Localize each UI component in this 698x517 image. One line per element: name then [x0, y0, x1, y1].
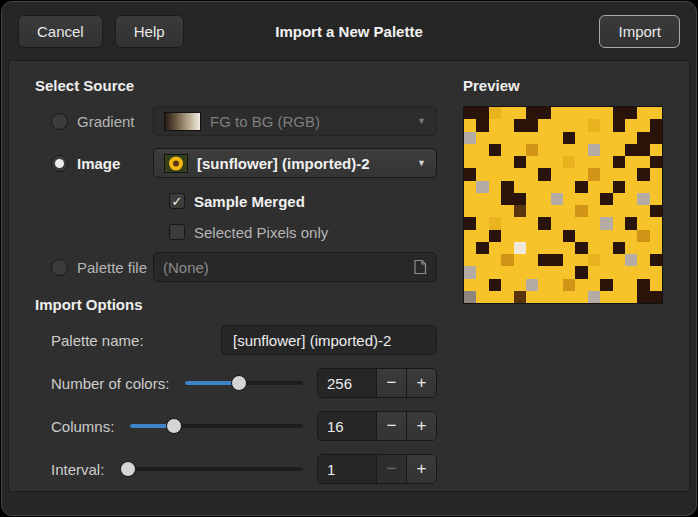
selected-pixels-label[interactable]: Selected Pixels only	[194, 224, 328, 241]
gradient-swatch	[164, 112, 201, 131]
file-icon	[413, 259, 427, 275]
sample-merged-row: ✓ Sample Merged	[169, 190, 437, 212]
decrement-button[interactable]: −	[376, 412, 406, 440]
columns-value[interactable]: 16	[318, 412, 376, 440]
columns-row: Columns: 16 − +	[51, 411, 437, 441]
palette-file-entry: (None)	[153, 252, 437, 282]
palette-name-label: Palette name:	[51, 332, 144, 349]
sunflower-icon	[164, 154, 188, 173]
palette-file-radio[interactable]	[51, 259, 68, 276]
slider-track	[120, 467, 303, 471]
increment-button[interactable]: +	[406, 455, 436, 483]
preview-panel: Preview	[463, 75, 663, 477]
image-dropdown-value: [sunflower] (imported)-2	[197, 155, 370, 172]
preview-image	[463, 106, 663, 304]
interval-label: Interval:	[51, 461, 104, 478]
gradient-radio-label[interactable]: Gradient	[77, 113, 135, 130]
import-options-heading: Import Options	[35, 296, 437, 313]
decrement-button: −	[376, 455, 406, 483]
selected-pixels-checkbox[interactable]: ✓	[169, 224, 185, 240]
number-of-colors-value[interactable]: 256	[318, 369, 376, 397]
palette-file-radio-label[interactable]: Palette file	[77, 259, 147, 276]
interval-slider[interactable]	[120, 454, 303, 484]
check-icon: ✓	[172, 195, 183, 208]
selected-pixels-row: ✓ Selected Pixels only	[169, 221, 437, 243]
chevron-down-icon: ▼	[417, 158, 426, 168]
image-radio-label[interactable]: Image	[77, 155, 120, 172]
slider-thumb[interactable]	[231, 375, 247, 391]
dialog-title: Import a New Palette	[2, 23, 696, 40]
dialog-content: Select Source Gradient FG to BG (RGB) ▼	[8, 60, 690, 492]
help-button[interactable]: Help	[115, 15, 184, 48]
select-source-heading: Select Source	[35, 77, 437, 94]
image-radio[interactable]	[51, 155, 68, 172]
slider-thumb[interactable]	[120, 461, 136, 477]
increment-button[interactable]: +	[406, 412, 436, 440]
cancel-button[interactable]: Cancel	[18, 15, 103, 48]
palette-name-row: Palette name: [sunflower] (imported)-2	[51, 325, 437, 355]
gradient-dropdown: FG to BG (RGB) ▼	[153, 106, 437, 136]
import-button[interactable]: Import	[599, 15, 680, 48]
chevron-down-icon: ▼	[417, 116, 426, 126]
increment-button[interactable]: +	[406, 369, 436, 397]
gradient-dropdown-value: FG to BG (RGB)	[210, 113, 320, 130]
sample-merged-checkbox[interactable]: ✓	[169, 193, 185, 209]
columns-label: Columns:	[51, 418, 114, 435]
number-of-colors-row: Number of colors: 256 − +	[51, 368, 437, 398]
image-dropdown[interactable]: [sunflower] (imported)-2 ▼	[153, 148, 437, 178]
gradient-row: Gradient FG to BG (RGB) ▼	[51, 106, 437, 136]
import-palette-dialog: Import a New Palette Cancel Help Import …	[1, 1, 697, 516]
columns-slider[interactable]	[130, 411, 303, 441]
slider-thumb[interactable]	[166, 418, 182, 434]
select-source-panel: Select Source Gradient FG to BG (RGB) ▼	[35, 75, 437, 477]
interval-value[interactable]: 1	[318, 455, 376, 483]
interval-row: Interval: 1 − +	[51, 454, 437, 484]
number-of-colors-label: Number of colors:	[51, 375, 169, 392]
gradient-radio[interactable]	[51, 113, 68, 130]
palette-file-value: (None)	[163, 259, 209, 276]
palette-file-row: Palette file (None)	[51, 252, 437, 282]
image-row: Image [sunflower] (imported)-2 ▼	[51, 148, 437, 178]
decrement-button[interactable]: −	[376, 369, 406, 397]
number-of-colors-spinbox: 256 − +	[317, 368, 437, 398]
interval-spinbox: 1 − +	[317, 454, 437, 484]
titlebar: Import a New Palette Cancel Help Import	[2, 2, 696, 60]
sample-merged-label[interactable]: Sample Merged	[194, 193, 305, 210]
preview-heading: Preview	[463, 77, 663, 94]
palette-name-input[interactable]: [sunflower] (imported)-2	[221, 325, 437, 355]
number-of-colors-slider[interactable]	[185, 368, 303, 398]
columns-spinbox: 16 − +	[317, 411, 437, 441]
